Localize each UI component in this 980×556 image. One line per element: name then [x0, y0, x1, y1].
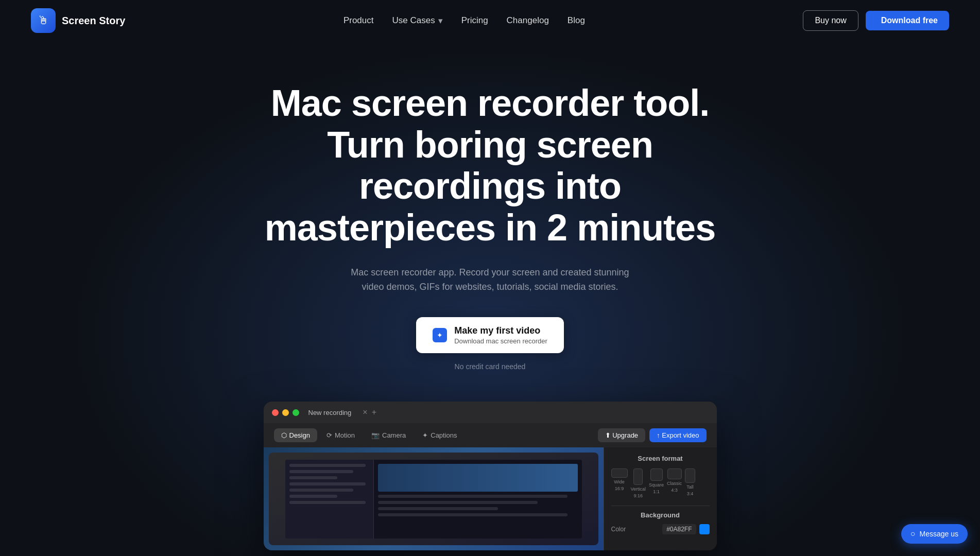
- nav-use-cases[interactable]: Use Cases ▾: [392, 15, 442, 26]
- add-tab-icon[interactable]: +: [372, 408, 376, 417]
- fake-sidebar: [285, 460, 374, 538]
- cta-button[interactable]: ✦ Make my first video Download mac scree…: [416, 317, 564, 353]
- maximize-button[interactable]: [293, 409, 299, 416]
- format-options: Wide 16:9 Vertical 9:16 Square 1:1: [611, 468, 710, 498]
- tab-design[interactable]: ⬡ Design: [274, 428, 317, 442]
- buy-now-button[interactable]: Buy now: [803, 10, 858, 31]
- export-video-button[interactable]: ↑ Export video: [649, 428, 706, 442]
- app-preview: New recording × + ⬡ Design ⟳ Motion: [264, 402, 717, 550]
- nav-pricing[interactable]: Pricing: [461, 15, 488, 26]
- toolbar-actions: ⬆ Upgrade ↑ Export video: [598, 428, 707, 442]
- format-classic[interactable]: Classic 4:3: [667, 468, 682, 498]
- nav-links: Product Use Cases ▾ Pricing Changelog Bl…: [343, 15, 585, 26]
- upgrade-icon: ⬆: [605, 431, 613, 439]
- hero-subtitle: Mac screen recorder app. Record your scr…: [341, 265, 640, 295]
- nav-actions: Buy now Download free: [803, 10, 949, 31]
- format-wide[interactable]: Wide 16:9: [611, 468, 628, 498]
- export-icon: ↑: [657, 431, 662, 439]
- canvas-inner: [269, 453, 598, 545]
- background-title: Background: [611, 511, 710, 519]
- close-button[interactable]: [272, 409, 279, 416]
- app-body: Screen format Wide 16:9 Vertical 9:16: [264, 447, 717, 550]
- hero-title: Mac screen recorder tool. Turn boring sc…: [259, 82, 722, 249]
- tab-camera[interactable]: 📷 Camera: [364, 428, 413, 442]
- app-sidebar: Screen format Wide 16:9 Vertical 9:16: [604, 447, 717, 550]
- color-swatch[interactable]: [699, 524, 710, 534]
- traffic-lights: [272, 409, 299, 416]
- message-us-button[interactable]: ○ Message us: [901, 524, 968, 544]
- format-tall[interactable]: Tall 3:4: [685, 468, 695, 498]
- app-title-text: New recording: [308, 409, 352, 416]
- color-value-box[interactable]: #0A82FF: [662, 524, 709, 534]
- close-tab-icon[interactable]: ×: [363, 408, 367, 417]
- color-row: Color #0A82FF: [611, 524, 710, 534]
- minimize-button[interactable]: [282, 409, 289, 416]
- download-free-button[interactable]: Download free: [866, 11, 949, 30]
- cta-sub-label: Download mac screen recorder: [454, 337, 547, 345]
- app-canvas: [264, 447, 604, 550]
- message-icon: ○: [910, 529, 916, 538]
- nav-product[interactable]: Product: [343, 15, 374, 26]
- nav-changelog[interactable]: Changelog: [507, 15, 549, 26]
- canvas-screen: [269, 453, 598, 545]
- upgrade-button[interactable]: ⬆ Upgrade: [598, 428, 646, 442]
- app-titlebar: New recording × +: [264, 402, 717, 423]
- cta-main-label: Make my first video: [454, 325, 547, 336]
- tab-captions[interactable]: ✦ Captions: [415, 428, 464, 442]
- app-title-actions: × +: [363, 408, 376, 417]
- logo-icon: 🖱: [31, 8, 56, 33]
- tab-motion[interactable]: ⟳ Motion: [319, 428, 362, 442]
- fake-ui: [285, 460, 582, 538]
- sparkle-icon: ✦: [433, 328, 447, 342]
- app-toolbar: ⬡ Design ⟳ Motion 📷 Camera ✦ Captions: [264, 423, 717, 447]
- navbar: 🖱 Screen Story Product Use Cases ▾ Prici…: [0, 0, 980, 41]
- logo-text: Screen Story: [62, 14, 125, 27]
- nav-blog[interactable]: Blog: [568, 15, 585, 26]
- format-square[interactable]: Square 1:1: [649, 468, 664, 498]
- sidebar-divider: [611, 506, 710, 506]
- chevron-down-icon: ▾: [438, 15, 443, 26]
- no-credit-card-text: No credit card needed: [455, 362, 526, 371]
- fake-main: [374, 460, 581, 538]
- logo[interactable]: 🖱 Screen Story: [31, 8, 125, 33]
- camera-icon: 📷: [371, 431, 380, 439]
- screen-format-title: Screen format: [611, 455, 710, 462]
- color-label: Color: [611, 526, 626, 533]
- captions-icon: ✦: [422, 431, 428, 439]
- color-hex: #0A82FF: [662, 524, 696, 534]
- design-icon: ⬡: [281, 431, 287, 439]
- hero-section: Mac screen recorder tool. Turn boring sc…: [0, 41, 980, 556]
- toolbar-tabs: ⬡ Design ⟳ Motion 📷 Camera ✦ Captions: [274, 428, 465, 442]
- motion-icon: ⟳: [326, 431, 332, 439]
- format-vertical[interactable]: Vertical 9:16: [631, 468, 646, 498]
